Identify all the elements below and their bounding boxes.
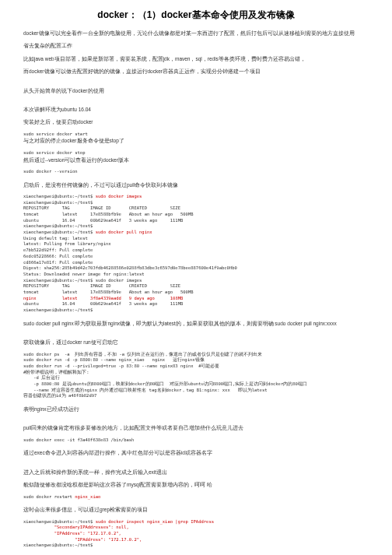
cmd-text: xiaochangwei@ubuntu:~/test$ [23,230,96,234]
mysql-note: 貌似随便修改都没啥权都是影响这次容器了mysql配置需要新增内容的，呵呵 哈 [23,481,369,489]
run-note: 获取镜像后，通过docker run便可启动它 [23,339,369,346]
page-title: docker：（1）docker基本命令使用及发布镜像 [23,8,369,22]
cmd-text: Status: Downloaded newer image for nginx… [23,272,145,276]
exec-explain: 通过exec命令进入到容器内部进行操作，其中红色部分可以是容器id或容器名字 [23,449,369,457]
cmd-text: xiaochangwei@ubuntu:~/test$ sudo docker … [23,278,142,283]
intro-p4: 而docker镜像可以做去配置好镜的的镜像，直接运行docker容器真正运作，实… [23,68,369,76]
stop-note: 与之对应的停止docker服务命令便是stop了 [23,137,369,145]
cmd-text: xiaochangwei@ubuntu:~/test$ [23,519,96,524]
cmd-text: e7bb522d92ff: Pull complete [23,248,93,252]
cmd-text: -p 8800:80 是说ubuntu的8800端口，映射到docker的80端… [23,381,307,386]
cmd-text: Using default tag: latest [23,236,88,241]
cmd-text: REPOSITORY TAG IMAGE ID CREATED SIZE [23,205,180,210]
cmd-highlight: latest [62,296,90,300]
cmd-text: sudo docker run -d --privileged=true -p … [23,364,219,368]
section-start: 从头开始简单的说下docker的使用 [23,87,369,95]
cmd-text: REPOSITORY TAG IMAGE ID CREATED SIZE [23,283,180,288]
cmd-highlight: sudo docker images [96,194,142,198]
cmd-text: cd866a17e81f: Pull complete [23,260,93,265]
cmd-highlight: 9 days ago 108MB [129,296,184,300]
cmd-text: xiaochangwei@ubuntu:~/test$ [23,543,93,547]
version-note: 然后通过--version可以查看运行的docker版本 [23,156,369,164]
cmd-highlight: "SecondaryIPAddresses": null, [23,525,129,529]
cmd-text: --name 对这容器生成的nginx 内外通过端口映射性名 tag名到dock… [23,388,268,392]
cmd-text: tomcat latest 17e8588bfb9e About an hour… [23,212,194,216]
cmd-block-inspect: xiaochangwei@ubuntu:~/test$ sudo docker … [23,519,369,549]
intro-p1: docker镜像可以完全看作一台全新的电脑使用，无论什么镜像都是对某一东西进行了… [23,30,369,37]
cmd-text: ubuntu 16.04 00b629ea641f 3 weeks ago 11… [23,301,183,306]
pull-note: 启动后，是没有任何镜像的，不过可以通过pull命令快取到本镜像 [23,181,369,189]
cmd-version: sudo docker --version [23,169,369,175]
cmd-highlight: 3f8a4339aadd [90,296,129,300]
exit-note: 进入之后就和操作新的系统一样，操作完成之后输入exit退出 [23,469,369,476]
cmd-highlight: nginx_xiao [75,494,100,499]
cmd-text: sudo docker run -d -p 8800:80 --name ngi… [23,357,205,362]
modify-note: pull回来的镜像肯定有很多要修改的地方，比如配置文件等或者要自己增加些什么玩意… [23,424,369,432]
cmd-restart: sudo docker restart nginx_xiao [23,494,369,501]
cmd-highlight: nginx [23,296,62,300]
cmd-text: #附带详细说明，详细解释如下: [23,370,89,374]
cmd-text: xiaochangwei@ubuntu:~/test$ [23,194,96,198]
cmd-text: -d 后台运行 [23,375,60,380]
env-note: 本次讲解环境为ubuntu 16.04 [23,106,369,114]
nginx-running: 表明nginx已经成功运行 [23,406,369,413]
cmd-text: Digest: sha256:285b49d42c703fdb46288586e… [23,265,237,270]
cmd-text: sudo docker ps -a 列出所有容器，不加 -a 仅列出正在运行的，… [23,352,262,357]
cmd-start: sudo service docker start [23,132,369,138]
cmd-text: ubuntu 16.04 00b629ea641f 3 weeks ago 11… [23,218,183,223]
cmd-block-images: xiaochangwei@ubuntu:~/test$ sudo docker … [23,194,369,314]
cmd-text: sudo docker restart [23,494,75,499]
cmd-text: xiaochangwei@ubuntu:~/test$ [23,307,93,312]
cmd-text: xiaochangwei@ubuntu:~/test$ [23,223,93,228]
cmd-text: tomcat latest 17e8588bfb9e About an hour… [23,290,194,294]
pull-explain: sudo docker pull nginx 即为获取最新nginx镜像，即为默… [23,320,369,328]
cmd-highlight: sudo docker pull nginx [96,230,152,234]
cmd-text: xiaochangwei@ubuntu:~/test$ [23,200,93,205]
cmd-text: 容器创建状态的id为 a48f8b82d97 [23,393,96,398]
install-note: 安装好之后，便要启动docker [23,118,369,126]
cmd-text: 6edc05228666: Pull complete [23,254,93,258]
cmd-block-run: sudo docker ps -a 列出所有容器，不加 -a 仅列出正在运行的，… [23,352,369,400]
intro-p3: 比如java web项目部署，如果是新部署，需要装系统，配置jdk，maven，… [23,55,369,63]
cmd-highlight: "IPAddress": "172.17.0.2", [23,531,121,536]
grep-note: 这时会出来很多信息，可以通过grep检索需要的项目 [23,506,369,514]
cmd-highlight: "IPAddress": "172.17.0.2", [23,537,142,542]
intro-p2: 省去复杂的配置工作 [23,42,369,50]
cmd-highlight: sudo docker inspect nginx_xiao |grep IPA… [96,519,214,524]
cmd-exec: sudo docker exec -it f3a48f638e83 /bin/b… [23,437,369,444]
cmd-text: latest: Pulling from library/nginx [23,241,111,246]
cmd-stop: sudo service docker stop [23,150,369,156]
